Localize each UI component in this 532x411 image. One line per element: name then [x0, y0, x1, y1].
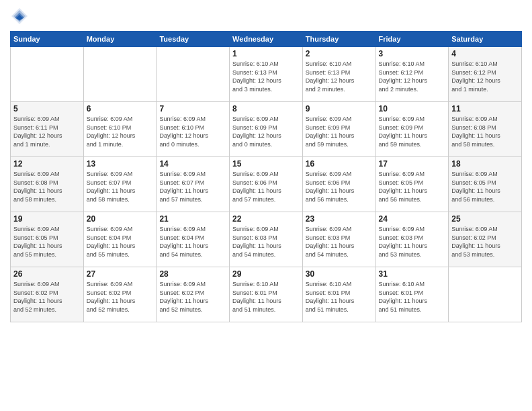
day-info: Sunrise: 6:10 AM Sunset: 6:13 PM Dayligh… [306, 60, 373, 93]
day-number: 4 [451, 49, 519, 58]
calendar-cell [11, 47, 84, 102]
calendar-cell: 10Sunrise: 6:09 AM Sunset: 6:09 PM Dayli… [375, 102, 449, 157]
day-number: 29 [232, 269, 300, 279]
calendar-cell: 19Sunrise: 6:09 AM Sunset: 6:05 PM Dayli… [11, 212, 84, 267]
logo-icon [10, 7, 29, 26]
calendar-cell: 27Sunrise: 6:09 AM Sunset: 6:02 PM Dayli… [83, 267, 157, 322]
day-info: Sunrise: 6:09 AM Sunset: 6:09 PM Dayligh… [379, 115, 446, 148]
day-number: 26 [13, 269, 81, 279]
day-info: Sunrise: 6:09 AM Sunset: 6:03 PM Dayligh… [306, 225, 373, 259]
day-number: 15 [232, 159, 300, 169]
day-number: 5 [13, 104, 81, 113]
calendar-cell: 21Sunrise: 6:09 AM Sunset: 6:04 PM Dayli… [157, 212, 230, 267]
calendar-cell: 11Sunrise: 6:09 AM Sunset: 6:08 PM Dayli… [449, 102, 522, 157]
day-number: 30 [306, 269, 373, 279]
day-number: 2 [306, 49, 373, 58]
weekday-header-sunday: Sunday [11, 32, 84, 47]
day-number: 6 [87, 104, 154, 113]
day-info: Sunrise: 6:09 AM Sunset: 6:02 PM Dayligh… [87, 280, 154, 314]
day-number: 1 [232, 49, 300, 58]
day-number: 21 [159, 214, 226, 224]
day-number: 31 [379, 269, 446, 279]
weekday-header-thursday: Thursday [302, 32, 375, 47]
day-number: 18 [451, 159, 519, 169]
day-info: Sunrise: 6:09 AM Sunset: 6:03 PM Dayligh… [232, 225, 300, 259]
day-info: Sunrise: 6:09 AM Sunset: 6:02 PM Dayligh… [13, 280, 81, 314]
calendar-cell: 5Sunrise: 6:09 AM Sunset: 6:11 PM Daylig… [11, 102, 84, 157]
calendar-cell: 31Sunrise: 6:10 AM Sunset: 6:01 PM Dayli… [375, 267, 449, 322]
header [10, 7, 522, 26]
calendar-cell: 9Sunrise: 6:09 AM Sunset: 6:09 PM Daylig… [302, 102, 375, 157]
calendar-cell: 26Sunrise: 6:09 AM Sunset: 6:02 PM Dayli… [11, 267, 84, 322]
calendar-cell: 17Sunrise: 6:09 AM Sunset: 6:05 PM Dayli… [375, 157, 449, 212]
day-number: 19 [13, 214, 81, 224]
calendar-table: SundayMondayTuesdayWednesdayThursdayFrid… [10, 31, 522, 322]
day-info: Sunrise: 6:09 AM Sunset: 6:06 PM Dayligh… [306, 170, 373, 203]
day-info: Sunrise: 6:09 AM Sunset: 6:07 PM Dayligh… [159, 170, 226, 203]
day-info: Sunrise: 6:10 AM Sunset: 6:12 PM Dayligh… [379, 60, 446, 93]
day-info: Sunrise: 6:09 AM Sunset: 6:11 PM Dayligh… [13, 115, 81, 148]
calendar-cell: 28Sunrise: 6:09 AM Sunset: 6:02 PM Dayli… [157, 267, 230, 322]
weekday-header-friday: Friday [375, 32, 449, 47]
day-info: Sunrise: 6:09 AM Sunset: 6:04 PM Dayligh… [87, 225, 154, 259]
calendar-week-3: 12Sunrise: 6:09 AM Sunset: 6:08 PM Dayli… [11, 157, 522, 212]
calendar-header-row: SundayMondayTuesdayWednesdayThursdayFrid… [11, 32, 522, 47]
calendar-cell [157, 47, 230, 102]
day-info: Sunrise: 6:09 AM Sunset: 6:06 PM Dayligh… [232, 170, 300, 203]
day-number: 20 [87, 214, 154, 224]
day-number: 23 [306, 214, 373, 224]
day-number: 10 [379, 104, 446, 113]
day-number: 12 [13, 159, 81, 169]
weekday-header-tuesday: Tuesday [157, 32, 230, 47]
calendar-week-5: 26Sunrise: 6:09 AM Sunset: 6:02 PM Dayli… [11, 267, 522, 322]
day-number: 3 [379, 49, 446, 58]
day-number: 25 [451, 214, 519, 224]
calendar-cell: 4Sunrise: 6:10 AM Sunset: 6:12 PM Daylig… [449, 47, 522, 102]
day-number: 24 [379, 214, 446, 224]
day-info: Sunrise: 6:10 AM Sunset: 6:13 PM Dayligh… [232, 60, 300, 93]
calendar-cell: 24Sunrise: 6:09 AM Sunset: 6:03 PM Dayli… [375, 212, 449, 267]
day-info: Sunrise: 6:09 AM Sunset: 6:03 PM Dayligh… [379, 225, 446, 259]
day-info: Sunrise: 6:09 AM Sunset: 6:02 PM Dayligh… [451, 225, 519, 259]
calendar-cell: 2Sunrise: 6:10 AM Sunset: 6:13 PM Daylig… [302, 47, 375, 102]
day-info: Sunrise: 6:10 AM Sunset: 6:01 PM Dayligh… [379, 280, 446, 314]
calendar-cell: 23Sunrise: 6:09 AM Sunset: 6:03 PM Dayli… [302, 212, 375, 267]
calendar-cell: 1Sunrise: 6:10 AM Sunset: 6:13 PM Daylig… [230, 47, 303, 102]
day-number: 16 [306, 159, 373, 169]
calendar-cell: 20Sunrise: 6:09 AM Sunset: 6:04 PM Dayli… [83, 212, 157, 267]
day-info: Sunrise: 6:10 AM Sunset: 6:01 PM Dayligh… [232, 280, 300, 314]
calendar-cell: 6Sunrise: 6:09 AM Sunset: 6:10 PM Daylig… [83, 102, 157, 157]
day-info: Sunrise: 6:10 AM Sunset: 6:12 PM Dayligh… [451, 60, 519, 93]
day-number: 11 [451, 104, 519, 113]
calendar-week-2: 5Sunrise: 6:09 AM Sunset: 6:11 PM Daylig… [11, 102, 522, 157]
day-info: Sunrise: 6:09 AM Sunset: 6:02 PM Dayligh… [159, 280, 226, 314]
day-number: 8 [232, 104, 300, 113]
calendar-cell: 30Sunrise: 6:10 AM Sunset: 6:01 PM Dayli… [302, 267, 375, 322]
day-number: 13 [87, 159, 154, 169]
calendar-cell: 22Sunrise: 6:09 AM Sunset: 6:03 PM Dayli… [230, 212, 303, 267]
calendar-week-4: 19Sunrise: 6:09 AM Sunset: 6:05 PM Dayli… [11, 212, 522, 267]
calendar-cell: 15Sunrise: 6:09 AM Sunset: 6:06 PM Dayli… [230, 157, 303, 212]
day-number: 7 [159, 104, 226, 113]
logo [10, 7, 32, 26]
calendar-cell: 13Sunrise: 6:09 AM Sunset: 6:07 PM Dayli… [83, 157, 157, 212]
day-number: 17 [379, 159, 446, 169]
calendar-cell: 8Sunrise: 6:09 AM Sunset: 6:09 PM Daylig… [230, 102, 303, 157]
calendar-cell: 25Sunrise: 6:09 AM Sunset: 6:02 PM Dayli… [449, 212, 522, 267]
weekday-header-wednesday: Wednesday [230, 32, 303, 47]
calendar-week-1: 1Sunrise: 6:10 AM Sunset: 6:13 PM Daylig… [11, 47, 522, 102]
day-info: Sunrise: 6:09 AM Sunset: 6:10 PM Dayligh… [159, 115, 226, 148]
day-info: Sunrise: 6:09 AM Sunset: 6:07 PM Dayligh… [87, 170, 154, 203]
weekday-header-monday: Monday [83, 32, 157, 47]
calendar-cell: 14Sunrise: 6:09 AM Sunset: 6:07 PM Dayli… [157, 157, 230, 212]
day-info: Sunrise: 6:09 AM Sunset: 6:04 PM Dayligh… [159, 225, 226, 259]
day-info: Sunrise: 6:09 AM Sunset: 6:09 PM Dayligh… [306, 115, 373, 148]
day-info: Sunrise: 6:09 AM Sunset: 6:05 PM Dayligh… [379, 170, 446, 203]
calendar-cell: 29Sunrise: 6:10 AM Sunset: 6:01 PM Dayli… [230, 267, 303, 322]
weekday-header-saturday: Saturday [449, 32, 522, 47]
day-info: Sunrise: 6:09 AM Sunset: 6:05 PM Dayligh… [451, 170, 519, 203]
day-number: 28 [159, 269, 226, 279]
day-number: 22 [232, 214, 300, 224]
day-info: Sunrise: 6:09 AM Sunset: 6:10 PM Dayligh… [87, 115, 154, 148]
calendar-cell [83, 47, 157, 102]
